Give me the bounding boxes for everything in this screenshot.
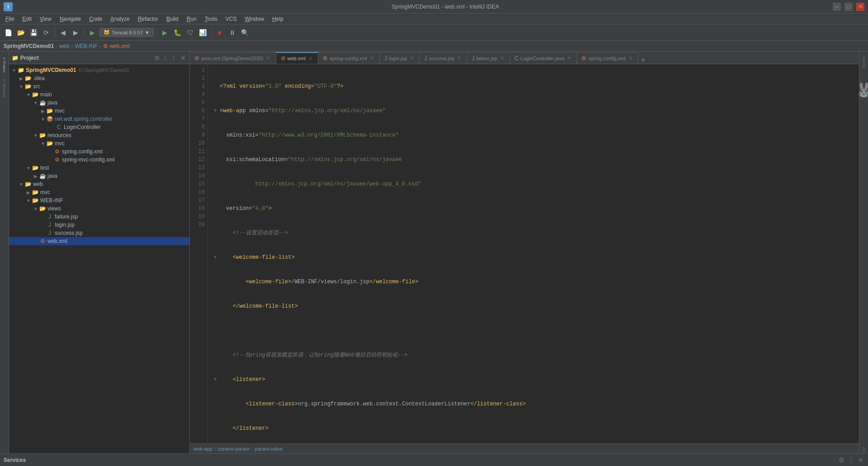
menu-edit[interactable]: Edit xyxy=(19,15,35,23)
tree-spring-config[interactable]: ▶ ⚙ spring.config.xml xyxy=(9,147,189,156)
code-area[interactable]: <?xml version="1.0" encoding="UTF-8"?> ▼… xyxy=(208,64,859,443)
tree-idea[interactable]: ▶ 📂 .idea xyxy=(9,74,189,82)
editor-content[interactable]: 12345 678910 1112131415 1617181920 <?xml… xyxy=(190,64,859,443)
left-sidebar: 1: Project 2: Structure xyxy=(0,52,9,453)
close-button[interactable]: ✕ xyxy=(856,3,864,11)
tree-web[interactable]: ▼ 📂 web xyxy=(9,180,189,188)
code-line-7: <!--设置启动首页--> xyxy=(212,229,855,237)
menu-run[interactable]: Run xyxy=(183,15,200,23)
forward-button[interactable]: ▶ xyxy=(70,27,81,38)
menu-window[interactable]: Window xyxy=(241,15,268,23)
code-line-11 xyxy=(212,327,855,335)
refresh-button[interactable]: ⟳ xyxy=(41,27,52,38)
menu-code[interactable]: Code xyxy=(85,15,106,23)
coverage-button[interactable]: 🛡 xyxy=(185,27,196,38)
tree-src-label: src xyxy=(33,83,40,90)
tree-test-java[interactable]: ▶ ☕ java xyxy=(9,172,189,180)
tab-spring-config2[interactable]: ⚙ spring.config.xml ✕ xyxy=(577,52,638,64)
tree-src[interactable]: ▼ 📂 src xyxy=(9,82,189,90)
tomcat-selector[interactable]: 🐱 Tomcat 8.5.57 ▼ xyxy=(99,28,154,37)
tree-web-xml[interactable]: ▶ ⚙ web.xml xyxy=(9,237,189,245)
menu-help[interactable]: Help xyxy=(269,15,287,23)
menu-navigate[interactable]: Navigate xyxy=(56,15,85,23)
sidebar-structure-btn[interactable]: 2: Structure xyxy=(0,77,9,100)
tab-failure-jsp[interactable]: J failure.jsp ✕ xyxy=(467,52,510,64)
tab-webxml-close[interactable]: ✕ xyxy=(307,56,313,62)
tab-sc2-close[interactable]: ✕ xyxy=(627,55,633,61)
tree-mvc-java[interactable]: ▶ 📂 mvc xyxy=(9,107,189,115)
project-close-btn[interactable]: ✕ xyxy=(179,53,187,62)
tree-logincontroller[interactable]: ▶ C LoginController xyxy=(9,123,189,131)
tree-springmvc-config[interactable]: ▶ ⚙ spring-mvc-config.xml xyxy=(9,156,189,164)
menu-view[interactable]: View xyxy=(36,15,55,23)
search-everywhere-button[interactable]: 🔍 xyxy=(240,27,250,38)
run-button[interactable]: ▶ xyxy=(160,27,170,38)
save-button[interactable]: 💾 xyxy=(28,27,39,38)
project-settings-btn[interactable]: ⚙ xyxy=(153,53,161,62)
tree-webinf[interactable]: ▼ 📂 WEB-INF xyxy=(9,196,189,204)
tree-ctrl-label: net.wdt.spring.controller xyxy=(55,116,112,122)
tree-resources[interactable]: ▼ 📂 resources xyxy=(9,131,189,139)
tree-controller-pkg[interactable]: ▼ 📦 net.wdt.spring.controller xyxy=(9,115,189,123)
bc-web[interactable]: web xyxy=(59,43,69,49)
menu-refactor[interactable]: Refactor xyxy=(134,15,162,23)
menu-file[interactable]: File xyxy=(2,15,18,23)
services-close-btn[interactable]: ✕ xyxy=(857,456,864,465)
tree-test[interactable]: ▼ 📂 test xyxy=(9,164,189,172)
open-button[interactable]: 📂 xyxy=(15,27,26,38)
menu-build[interactable]: Build xyxy=(163,15,182,23)
tree-login-jsp[interactable]: ▶ J login.jsp xyxy=(9,221,189,229)
profile-button[interactable]: 📊 xyxy=(198,27,208,38)
tab-lj-close[interactable]: ✕ xyxy=(409,55,415,61)
tab-sc-close[interactable]: ✕ xyxy=(369,55,375,61)
tab-spring-config[interactable]: ⚙ spring-config.xml ✕ xyxy=(318,52,380,64)
menu-analyze[interactable]: Analyze xyxy=(107,15,133,23)
bc-project[interactable]: SpringMVCDemo01 xyxy=(4,43,54,49)
tree-failure-jsp[interactable]: ▶ J failure.jsp xyxy=(9,213,189,221)
code-line-10: </welcome-file-list> xyxy=(212,302,855,310)
stop-button[interactable]: ■ xyxy=(214,27,225,38)
right-sidebar-ant[interactable]: Ant xyxy=(862,447,866,453)
services-options-btn[interactable]: ⋮ xyxy=(847,456,855,465)
maximize-button[interactable]: □ xyxy=(844,3,853,11)
code-line-3: xmlns:xsi="http://www.w3.org/2001/XMLSch… xyxy=(212,131,855,139)
more-tabs-btn[interactable]: ▼ xyxy=(638,57,648,64)
tree-java[interactable]: ▼ ☕ java xyxy=(9,99,189,107)
menu-vcs[interactable]: VCS xyxy=(222,15,241,23)
tab-webxml-label: web.xml xyxy=(288,56,306,61)
tree-mvc-res[interactable]: ▼ 📂 mvc xyxy=(9,139,189,147)
debug-button[interactable]: 🐛 xyxy=(172,27,183,38)
tab-sj-close[interactable]: ✕ xyxy=(456,55,462,61)
tab-lc-label: LoginController.java xyxy=(520,56,564,61)
code-bc-cp[interactable]: context-param xyxy=(218,446,250,452)
tree-main[interactable]: ▼ 📂 main xyxy=(9,90,189,99)
tab-pom-close[interactable]: ✕ xyxy=(265,55,271,61)
tree-web-mvc[interactable]: ▶ 📂 mvc xyxy=(9,188,189,196)
tab-login-jsp[interactable]: J login.jsp ✕ xyxy=(380,52,420,64)
minimize-button[interactable]: ─ xyxy=(833,3,841,11)
tree-vw-label: views xyxy=(47,205,61,212)
tab-lc-close[interactable]: ✕ xyxy=(566,55,572,61)
pause-button[interactable]: ⏸ xyxy=(227,27,238,38)
tab-pom[interactable]: ⚙ pom.xml (SpringDemo2020) ✕ xyxy=(190,52,276,64)
project-sort-btn[interactable]: ↕ xyxy=(163,53,168,62)
project-options-btn[interactable]: ⋮ xyxy=(170,53,178,62)
menu-tools[interactable]: Tools xyxy=(201,15,221,23)
bc-webinf[interactable]: WEB-INF xyxy=(75,43,98,49)
new-file-button[interactable]: 📄 xyxy=(3,27,14,38)
services-settings-btn[interactable]: ⚙ xyxy=(838,456,845,465)
tab-webxml[interactable]: ⚙ web.xml ✕ xyxy=(276,52,318,64)
code-bc-pv[interactable]: param-value xyxy=(255,446,283,452)
tree-views[interactable]: ▼ 📂 views xyxy=(9,204,189,213)
run-debug-button[interactable]: ▶ xyxy=(87,27,98,38)
sidebar-project-btn[interactable]: 1: Project xyxy=(0,53,9,76)
bc-webxml[interactable]: ⚙ web.xml xyxy=(103,43,129,49)
right-sidebar-maven[interactable]: Maven xyxy=(862,56,866,68)
tab-success-jsp[interactable]: J success.jsp ✕ xyxy=(420,52,467,64)
tab-logincontroller[interactable]: C LoginController.java ✕ xyxy=(510,52,577,64)
tab-fj-close[interactable]: ✕ xyxy=(499,55,505,61)
code-bc-webap[interactable]: web-app xyxy=(193,446,212,452)
tree-root[interactable]: ▼ 📁 SpringMVCDemo01 D:\SpringMVCDemo01 xyxy=(9,66,189,74)
tree-success-jsp[interactable]: ▶ J success.jsp xyxy=(9,229,189,237)
back-button[interactable]: ◀ xyxy=(57,27,68,38)
